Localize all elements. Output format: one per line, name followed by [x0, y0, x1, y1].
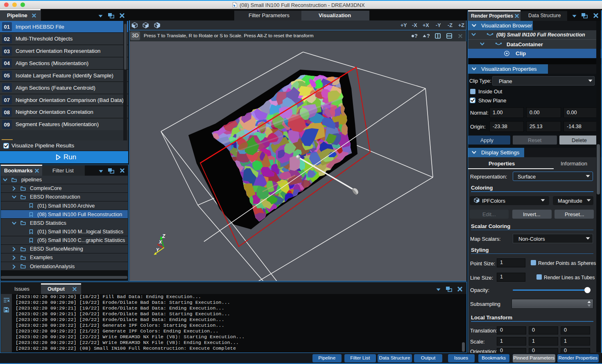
svg-text:Z: Z	[162, 233, 165, 239]
svg-text:X: X	[158, 240, 162, 244]
